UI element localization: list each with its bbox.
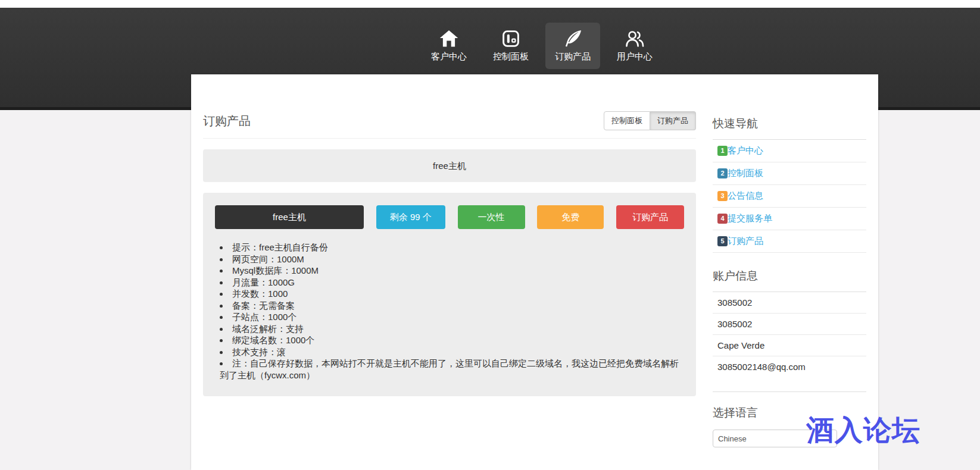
- sidebar: 快速导航 1 客户中心 2 控制面板 3 公告信息 4 提交服务单 5 订购产品…: [713, 116, 866, 447]
- account-info-title: 账户信息: [713, 268, 866, 292]
- forum-watermark: 酒入论坛: [806, 412, 920, 449]
- account-info-row: 3085002: [713, 292, 866, 314]
- quick-nav-item[interactable]: 3 公告信息: [713, 185, 866, 208]
- product-group-title: free主机: [203, 149, 696, 182]
- main-nav: 客户中心 控制面板 订购产品 用户中心: [422, 23, 662, 69]
- product-feature-item: 域名泛解析：支持: [220, 323, 684, 335]
- order-product-button[interactable]: 订购产品: [616, 205, 684, 229]
- dashboard-icon: [500, 28, 522, 49]
- content-card: 订购产品 控制面板订购产品 free主机 free主机 剩余 99 个 一次性 …: [191, 74, 878, 470]
- nav-item-label: 控制面板: [493, 51, 529, 62]
- nav-item[interactable]: 控制面板: [483, 23, 538, 69]
- product-feature-item: 技术支持：滚: [220, 346, 684, 358]
- product-feature-item: 绑定域名数：1000个: [220, 334, 684, 346]
- quick-nav-number-badge: 4: [717, 214, 728, 224]
- account-info-section: 账户信息 30850023085002Cape Verde3085002148@…: [713, 268, 866, 377]
- quick-nav-item[interactable]: 5 订购产品: [713, 230, 866, 253]
- nav-item[interactable]: 订购产品: [545, 23, 600, 69]
- product-feature-item: 网页空间：1000M: [220, 253, 684, 265]
- nav-item-label: 客户中心: [431, 51, 467, 62]
- quick-nav-item[interactable]: 4 提交服务单: [713, 208, 866, 230]
- nav-item[interactable]: 用户中心: [607, 23, 662, 69]
- page-title: 订购产品: [203, 113, 251, 129]
- quick-nav-item[interactable]: 2 控制面板: [713, 162, 866, 185]
- main-column: 订购产品 控制面板订购产品 free主机 free主机 剩余 99 个 一次性 …: [203, 74, 696, 396]
- account-info-row: 3085002: [713, 314, 866, 335]
- quick-nav-list: 1 客户中心 2 控制面板 3 公告信息 4 提交服务单 5 订购产品: [713, 140, 866, 253]
- home-icon: [438, 28, 460, 49]
- quick-nav-number-badge: 2: [717, 168, 728, 178]
- quick-nav-link[interactable]: 提交服务单: [728, 213, 772, 224]
- users-icon: [624, 28, 645, 49]
- quick-nav-number-badge: 5: [717, 236, 728, 246]
- product-feature-item: 并发数：1000: [220, 288, 684, 300]
- quick-nav-link[interactable]: 公告信息: [728, 190, 763, 202]
- view-switch-button[interactable]: 控制面板: [604, 111, 650, 130]
- view-switch-button[interactable]: 订购产品: [650, 111, 696, 130]
- product-feature-list: 提示：free主机自行备份网页空间：1000MMysql数据库：1000M月流量…: [215, 242, 684, 381]
- product-billing-cycle-badge: 一次性: [458, 205, 525, 229]
- quick-nav-link[interactable]: 订购产品: [728, 236, 763, 247]
- product-name-button: free主机: [215, 205, 364, 229]
- product-feature-item: 提示：free主机自行备份: [220, 242, 684, 253]
- quick-nav-link[interactable]: 控制面板: [728, 168, 763, 179]
- quick-nav-number-badge: 3: [717, 191, 728, 201]
- product-button-row: free主机 剩余 99 个 一次性 免费 订购产品: [215, 205, 684, 229]
- quill-icon: [562, 28, 583, 49]
- quick-nav-item[interactable]: 1 客户中心: [713, 140, 866, 162]
- quick-nav-number-badge: 1: [717, 146, 728, 156]
- account-info-list: 30850023085002Cape Verde3085002148@qq.co…: [713, 292, 866, 377]
- product-feature-item: 子站点：1000个: [220, 311, 684, 323]
- quick-nav-link[interactable]: 客户中心: [728, 145, 763, 156]
- product-panel: free主机 剩余 99 个 一次性 免费 订购产品 提示：free主机自行备份…: [203, 193, 696, 396]
- product-feature-item: 备案：无需备案: [220, 300, 684, 312]
- quick-nav-title: 快速导航: [713, 116, 866, 140]
- nav-item[interactable]: 客户中心: [422, 23, 476, 69]
- top-white-strip: [0, 0, 980, 8]
- view-switch-button-group: 控制面板订购产品: [604, 111, 696, 130]
- product-feature-item: Mysql数据库：1000M: [220, 265, 684, 277]
- product-price-badge: 免费: [537, 205, 604, 229]
- account-info-row: Cape Verde: [713, 335, 866, 356]
- product-feature-item: 月流量：1000G: [220, 277, 684, 289]
- product-stock-badge: 剩余 99 个: [376, 205, 445, 229]
- account-info-row: 3085002148@qq.com: [713, 356, 866, 377]
- nav-item-label: 用户中心: [617, 51, 653, 62]
- product-feature-item: 注：自己保存好数据，本网站打不开就是主机不能用了，这里可以自己绑定二级域名，我这…: [220, 358, 684, 381]
- page-header: 订购产品 控制面板订购产品: [203, 111, 696, 139]
- nav-item-label: 订购产品: [555, 51, 591, 62]
